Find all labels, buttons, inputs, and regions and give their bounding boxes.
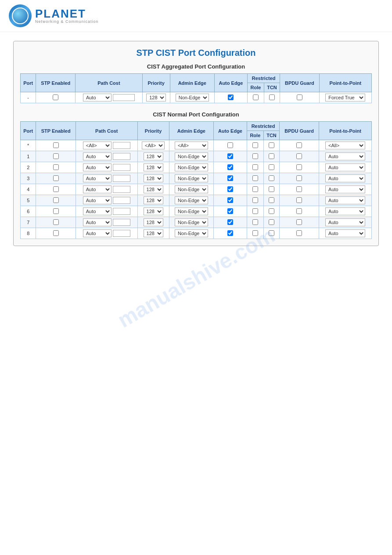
norm-ptp-select-5[interactable]: AutoForced TrueForced False: [325, 196, 365, 204]
norm-restricted-role-2[interactable]: [252, 164, 258, 170]
norm-ptp-select-1[interactable]: AutoForced TrueForced False: [325, 152, 365, 160]
norm-pathcost-text-5[interactable]: [113, 197, 130, 204]
norm-restricted-tcn-2[interactable]: [269, 164, 274, 170]
norm-autoedge-1[interactable]: [227, 153, 233, 159]
norm-restricted-tcn-5[interactable]: [269, 197, 274, 203]
norm-priority-select-8[interactable]: 1280163248648096112144160176192208224240: [144, 229, 163, 237]
norm-restricted-role-7[interactable]: [252, 219, 258, 225]
norm-all-stp[interactable]: [53, 142, 59, 148]
norm-autoedge-8[interactable]: [227, 230, 233, 236]
norm-stp-1[interactable]: [53, 153, 59, 159]
norm-restricted-tcn-4[interactable]: [269, 186, 274, 192]
norm-priority-select-6[interactable]: 1280163248648096112144160176192208224240: [144, 207, 163, 215]
norm-bpdu-1[interactable]: [296, 153, 302, 159]
norm-priority-select-4[interactable]: 1280163248648096112144160176192208224240: [144, 185, 163, 193]
norm-pathcost-select-4[interactable]: AutoSpecific: [83, 185, 111, 193]
norm-ptp-select-3[interactable]: AutoForced TrueForced False: [325, 174, 365, 182]
norm-all-autoedge[interactable]: [227, 142, 233, 148]
norm-autoedge-6[interactable]: [227, 208, 233, 214]
norm-bpdu-8[interactable]: [296, 230, 302, 236]
norm-stp-2[interactable]: [53, 164, 59, 170]
norm-bpdu-2[interactable]: [296, 164, 302, 170]
norm-pathcost-select-3[interactable]: AutoSpecific: [83, 174, 111, 182]
agg-path-cost-select[interactable]: Auto Specific: [83, 94, 111, 102]
agg-stp-checkbox[interactable]: [53, 94, 58, 100]
norm-adminedge-select-3[interactable]: Non-EdgeEdgeAuto: [175, 174, 208, 182]
norm-pathcost-text-2[interactable]: [113, 164, 130, 171]
norm-restricted-role-1[interactable]: [252, 153, 258, 159]
norm-adminedge-select-5[interactable]: Non-EdgeEdgeAuto: [175, 196, 208, 204]
norm-adminedge-select-2[interactable]: Non-EdgeEdgeAuto: [175, 163, 208, 171]
agg-priority-select[interactable]: 128 016324864809611214416017619220822424…: [146, 94, 166, 102]
norm-ptp-select-2[interactable]: AutoForced TrueForced False: [325, 163, 365, 171]
norm-restricted-tcn-7[interactable]: [269, 219, 274, 225]
norm-bpdu-7[interactable]: [296, 219, 302, 225]
norm-all-restricted-tcn[interactable]: [269, 142, 274, 148]
norm-all-restricted-role[interactable]: [252, 142, 258, 148]
norm-adminedge-select-8[interactable]: Non-EdgeEdgeAuto: [175, 229, 208, 237]
norm-restricted-tcn-3[interactable]: [269, 175, 274, 181]
norm-adminedge-select-1[interactable]: Non-EdgeEdgeAuto: [175, 152, 208, 160]
agg-bpdu-guard-checkbox[interactable]: [297, 94, 302, 100]
norm-all-ptp-select[interactable]: <All>AutoForced TrueForced False: [325, 141, 365, 149]
norm-stp-5[interactable]: [53, 197, 59, 203]
norm-stp-8[interactable]: [53, 230, 59, 236]
norm-restricted-tcn-6[interactable]: [269, 208, 274, 214]
norm-pathcost-text-8[interactable]: [113, 230, 130, 237]
norm-adminedge-select-4[interactable]: Non-EdgeEdgeAuto: [175, 185, 208, 193]
norm-stp-4[interactable]: [53, 186, 59, 192]
norm-bpdu-3[interactable]: [296, 175, 302, 181]
norm-restricted-tcn-1[interactable]: [269, 153, 274, 159]
norm-pathcost-select-8[interactable]: AutoSpecific: [83, 229, 111, 237]
norm-ptp-select-4[interactable]: AutoForced TrueForced False: [325, 185, 365, 193]
agg-ptp-select[interactable]: Forced True Auto Forced False: [325, 94, 365, 102]
norm-autoedge-4[interactable]: [227, 186, 233, 192]
norm-pathcost-text-4[interactable]: [113, 186, 130, 193]
norm-restricted-role-4[interactable]: [252, 186, 258, 192]
agg-path-cost-text[interactable]: [113, 94, 135, 101]
norm-restricted-tcn-8[interactable]: [269, 230, 274, 236]
norm-ptp-select-6[interactable]: AutoForced TrueForced False: [325, 207, 365, 215]
norm-bpdu-6[interactable]: [296, 208, 302, 214]
norm-autoedge-7[interactable]: [227, 219, 233, 225]
norm-adminedge-select-7[interactable]: Non-EdgeEdgeAuto: [175, 218, 208, 226]
norm-priority-select-2[interactable]: 1280163248648096112144160176192208224240: [144, 163, 163, 171]
norm-stp-3[interactable]: [53, 175, 59, 181]
agg-admin-edge-select[interactable]: Non-Edge Edge Auto: [176, 94, 209, 102]
norm-pathcost-text-3[interactable]: [113, 175, 130, 182]
norm-all-bpdu[interactable]: [296, 142, 302, 148]
norm-priority-select-7[interactable]: 1280163248648096112144160176192208224240: [144, 218, 163, 226]
norm-ptp-select-8[interactable]: AutoForced TrueForced False: [325, 229, 365, 237]
norm-autoedge-2[interactable]: [227, 164, 233, 170]
norm-autoedge-3[interactable]: [227, 175, 233, 181]
norm-restricted-role-6[interactable]: [252, 208, 258, 214]
norm-autoedge-5[interactable]: [227, 197, 233, 203]
norm-priority-select-1[interactable]: 1280163248648096112144160176192208224240: [144, 152, 163, 160]
norm-all-pathcost-select[interactable]: <All>AutoSpecific: [83, 141, 111, 149]
norm-restricted-role-5[interactable]: [252, 197, 258, 203]
norm-priority-select-5[interactable]: 1280163248648096112144160176192208224240: [144, 196, 163, 204]
norm-all-priority-select[interactable]: <All>128016: [142, 141, 165, 149]
norm-all-pathcost-text[interactable]: [113, 142, 130, 149]
norm-pathcost-select-5[interactable]: AutoSpecific: [83, 196, 111, 204]
norm-restricted-role-8[interactable]: [252, 230, 258, 236]
norm-bpdu-4[interactable]: [296, 186, 302, 192]
norm-ptp-select-7[interactable]: AutoForced TrueForced False: [325, 218, 365, 226]
norm-pathcost-select-6[interactable]: AutoSpecific: [83, 207, 111, 215]
norm-pathcost-text-6[interactable]: [113, 208, 130, 215]
norm-pathcost-select-7[interactable]: AutoSpecific: [83, 218, 111, 226]
agg-auto-edge-checkbox[interactable]: [228, 94, 234, 100]
norm-bpdu-5[interactable]: [296, 197, 302, 203]
norm-pathcost-select-1[interactable]: AutoSpecific: [83, 152, 111, 160]
norm-stp-6[interactable]: [53, 208, 59, 214]
norm-pathcost-text-7[interactable]: [113, 219, 130, 226]
norm-all-adminedge-select[interactable]: <All>Non-EdgeEdgeAuto: [175, 141, 208, 149]
norm-pathcost-text-1[interactable]: [113, 153, 130, 160]
norm-stp-7[interactable]: [53, 219, 59, 225]
norm-priority-select-3[interactable]: 1280163248648096112144160176192208224240: [144, 174, 163, 182]
norm-pathcost-select-2[interactable]: AutoSpecific: [83, 163, 111, 171]
agg-restricted-role-checkbox[interactable]: [253, 94, 259, 100]
norm-adminedge-select-6[interactable]: Non-EdgeEdgeAuto: [175, 207, 208, 215]
norm-restricted-role-3[interactable]: [252, 175, 258, 181]
agg-restricted-tcn-checkbox[interactable]: [269, 94, 275, 100]
